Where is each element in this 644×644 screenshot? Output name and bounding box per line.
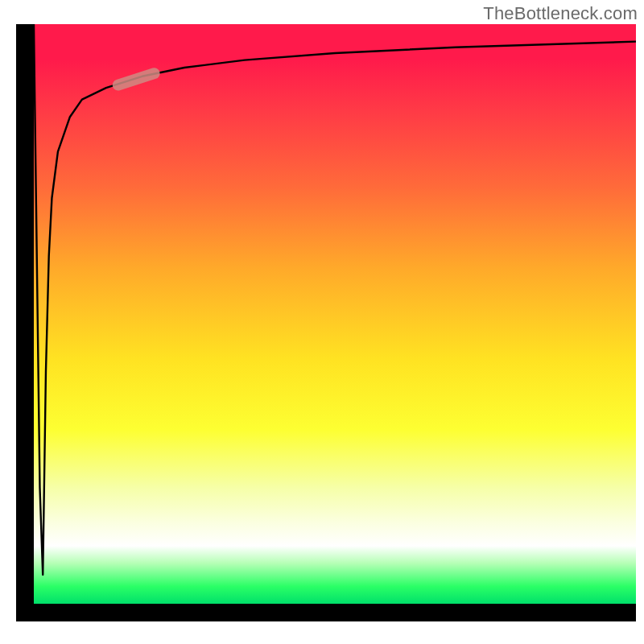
curve-layer [34, 24, 636, 604]
bottleneck-curve [34, 24, 636, 575]
x-axis [16, 604, 636, 621]
plot-area [34, 24, 636, 604]
watermark-text: TheBottleneck.com [483, 3, 638, 24]
chart-stage: TheBottleneck.com [0, 0, 644, 644]
y-axis [16, 24, 34, 604]
highlight-segment [118, 73, 155, 85]
